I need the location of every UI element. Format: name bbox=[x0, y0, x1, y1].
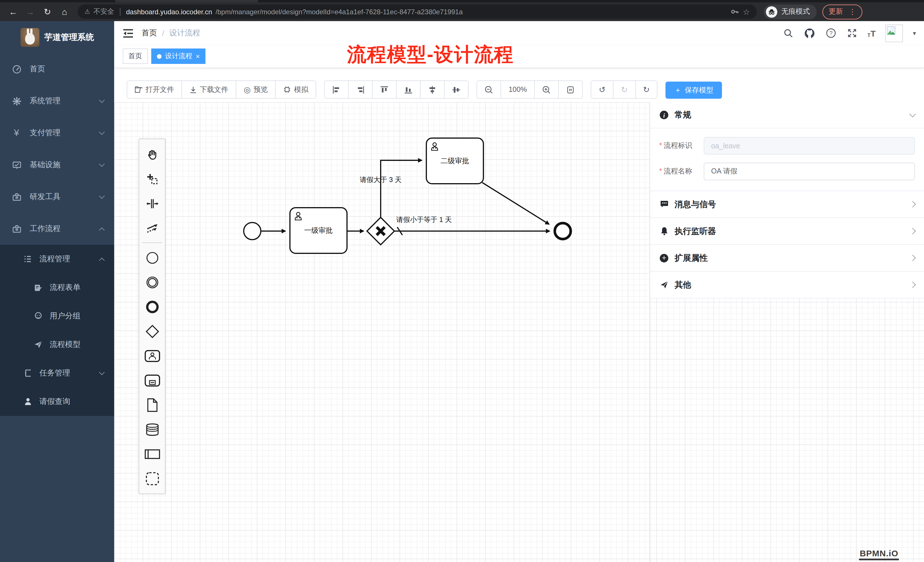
sidebar-item-payment[interactable]: ¥ 支付管理 bbox=[0, 117, 114, 149]
password-key-icon[interactable] bbox=[731, 7, 740, 16]
preview-icon: ◎ bbox=[244, 85, 250, 94]
help-icon[interactable]: ? bbox=[825, 27, 837, 39]
update-button[interactable]: 更新 ⋮ bbox=[822, 4, 862, 19]
end-event[interactable] bbox=[555, 223, 571, 239]
plus-circle-icon: + bbox=[659, 253, 669, 263]
align-top-icon[interactable] bbox=[372, 81, 396, 98]
sidebar-item-leave-query[interactable]: 请假查询 bbox=[0, 387, 114, 416]
divider bbox=[120, 8, 120, 16]
sidebar-item-devtools[interactable]: 研发工具 bbox=[0, 181, 114, 213]
sidebar-item-system[interactable]: 系统管理 bbox=[0, 85, 114, 117]
align-right-icon[interactable] bbox=[348, 81, 372, 98]
align-center-horizontal-icon[interactable] bbox=[420, 81, 444, 98]
user-group-icon bbox=[33, 311, 43, 321]
zoom-in-icon[interactable] bbox=[534, 81, 558, 98]
bpmn-canvas[interactable]: 一级审批 二级审批 请假大于 3 天 请假小于等于 1 天 BPMN.iO i … bbox=[114, 102, 924, 562]
zoom-out-icon[interactable] bbox=[477, 81, 501, 98]
back-icon[interactable]: ← bbox=[6, 4, 21, 19]
download-file-label: 下载文件 bbox=[200, 85, 228, 94]
download-icon bbox=[189, 86, 197, 93]
person-icon bbox=[23, 397, 33, 406]
update-label[interactable]: 更新 bbox=[829, 7, 843, 16]
plus-icon: ＋ bbox=[674, 85, 681, 95]
main-area: 流程模型-设计流程 首页 / 设计流程 bbox=[114, 21, 924, 562]
fullscreen-icon[interactable] bbox=[846, 27, 858, 39]
section-other[interactable]: 其他 bbox=[650, 271, 924, 298]
toolbox-icon bbox=[11, 192, 22, 202]
workflow-submenu: 流程管理 流程表单 用户分组 bbox=[0, 245, 114, 416]
breadcrumb-home[interactable]: 首页 bbox=[141, 28, 157, 38]
section-execution-listener[interactable]: 执行监听器 bbox=[650, 218, 924, 245]
address-bar[interactable]: ⚠ 不安全 dashboard.yudao.iocoder.cn/bpm/man… bbox=[78, 4, 757, 19]
history-button-group: ↺ ↻ ↻ bbox=[591, 81, 657, 99]
sidebar-item-user-group[interactable]: 用户分组 bbox=[0, 302, 114, 330]
home-icon[interactable]: ⌂ bbox=[57, 4, 72, 19]
bookmark-star-icon[interactable]: ☆ bbox=[743, 7, 750, 16]
align-center-vertical-icon[interactable] bbox=[444, 81, 468, 98]
caret-down-icon[interactable]: ▾ bbox=[913, 29, 916, 37]
required-asterisk: * bbox=[659, 141, 662, 150]
collapse-sidebar-icon[interactable] bbox=[122, 27, 134, 39]
tab-label: 设计流程 bbox=[165, 51, 192, 61]
browser-menu-icon[interactable]: ⋮ bbox=[849, 7, 856, 16]
open-file-button[interactable]: 打开文件 bbox=[127, 81, 182, 98]
sidebar-item-label: 流程模型 bbox=[50, 339, 81, 350]
sidebar-item-infrastructure[interactable]: 基础设施 bbox=[0, 149, 114, 181]
section-title: 执行监听器 bbox=[675, 226, 716, 237]
browser-tab-strip bbox=[0, 0, 924, 2]
github-icon[interactable] bbox=[804, 27, 816, 39]
sidebar-item-label: 请假查询 bbox=[39, 397, 70, 407]
list-icon bbox=[23, 254, 33, 264]
align-button-group bbox=[324, 81, 469, 99]
sidebar-item-workflow[interactable]: 工作流程 bbox=[0, 213, 114, 245]
section-general-header[interactable]: i 常规 bbox=[650, 102, 924, 128]
svg-text:?: ? bbox=[829, 30, 832, 36]
flow-gateway-to-task2[interactable] bbox=[381, 160, 422, 217]
security-label[interactable]: 不安全 bbox=[94, 7, 114, 16]
process-key-input[interactable] bbox=[704, 137, 915, 154]
sidebar-item-task-management[interactable]: 任务管理 bbox=[0, 359, 114, 387]
restart-icon[interactable]: ↻ bbox=[635, 81, 657, 98]
avatar[interactable] bbox=[885, 24, 903, 42]
align-left-icon[interactable] bbox=[325, 81, 348, 98]
align-bottom-icon[interactable] bbox=[396, 81, 420, 98]
save-model-button[interactable]: ＋ 保存模型 bbox=[666, 82, 722, 99]
zoom-reset-icon[interactable] bbox=[558, 81, 582, 98]
close-icon[interactable]: × bbox=[196, 52, 200, 60]
undo-icon[interactable]: ↺ bbox=[591, 81, 613, 98]
tab-design-process[interactable]: 设计流程 × bbox=[151, 48, 206, 64]
app-logo-row: 芋道管理系统 bbox=[0, 21, 114, 53]
flow-icon bbox=[23, 368, 33, 378]
sidebar-item-process-model[interactable]: 流程模型 bbox=[0, 330, 114, 359]
comment-icon bbox=[659, 199, 669, 209]
section-extended-attributes[interactable]: + 扩展属性 bbox=[650, 245, 924, 271]
search-icon[interactable] bbox=[783, 27, 795, 39]
reload-icon[interactable]: ↻ bbox=[40, 4, 55, 19]
sidebar-item-process-management[interactable]: 流程管理 bbox=[0, 245, 114, 273]
flow-task2-to-end[interactable] bbox=[482, 183, 549, 224]
designer-toolbar: 打开文件 下载文件 ◎ 预览 模拟 bbox=[114, 68, 924, 102]
process-name-field: *流程名称 bbox=[659, 163, 915, 180]
browser-toolbar: ← → ↻ ⌂ ⚠ 不安全 dashboard.yudao.iocoder.cn… bbox=[0, 2, 924, 21]
download-file-button[interactable]: 下载文件 bbox=[182, 81, 236, 98]
toolbox-icon bbox=[11, 224, 22, 234]
task2-label: 二级审批 bbox=[426, 141, 483, 181]
redo-icon[interactable]: ↻ bbox=[613, 81, 635, 98]
tab-home[interactable]: 首页 bbox=[123, 48, 148, 64]
send-icon bbox=[659, 280, 669, 289]
incognito-badge: 无痕模式 bbox=[764, 4, 817, 19]
start-event[interactable] bbox=[244, 223, 261, 240]
simulate-button[interactable]: 模拟 bbox=[275, 81, 316, 98]
incognito-icon bbox=[766, 6, 777, 17]
edge-label-gt3: 请假大于 3 天 bbox=[346, 175, 416, 185]
font-size-icon[interactable]: TT bbox=[867, 28, 876, 38]
url-host: dashboard.yudao.iocoder.cn bbox=[126, 8, 212, 16]
preview-button[interactable]: ◎ 预览 bbox=[236, 81, 275, 98]
section-message-signal[interactable]: 消息与信号 bbox=[650, 191, 924, 218]
sidebar-item-label: 首页 bbox=[30, 64, 45, 74]
forward-icon[interactable]: → bbox=[23, 4, 38, 19]
sidebar-item-process-form[interactable]: 流程表单 bbox=[0, 273, 114, 302]
sidebar-item-home[interactable]: 首页 bbox=[0, 53, 114, 85]
properties-panel-card: i 常规 *流程标识 *流程名称 bbox=[650, 102, 924, 298]
process-name-input[interactable] bbox=[704, 163, 915, 180]
